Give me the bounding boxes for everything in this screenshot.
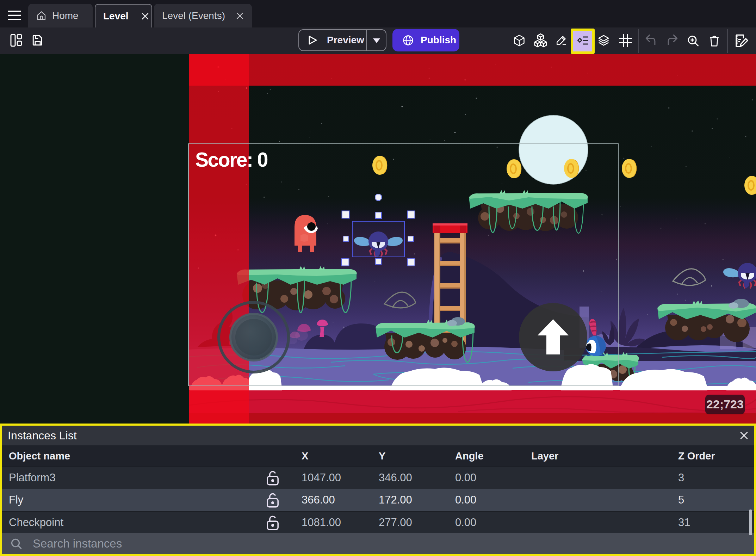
svg-text:22;723: 22;723 <box>706 397 744 411</box>
svg-text:Score: 0: Score: 0 <box>195 148 268 171</box>
